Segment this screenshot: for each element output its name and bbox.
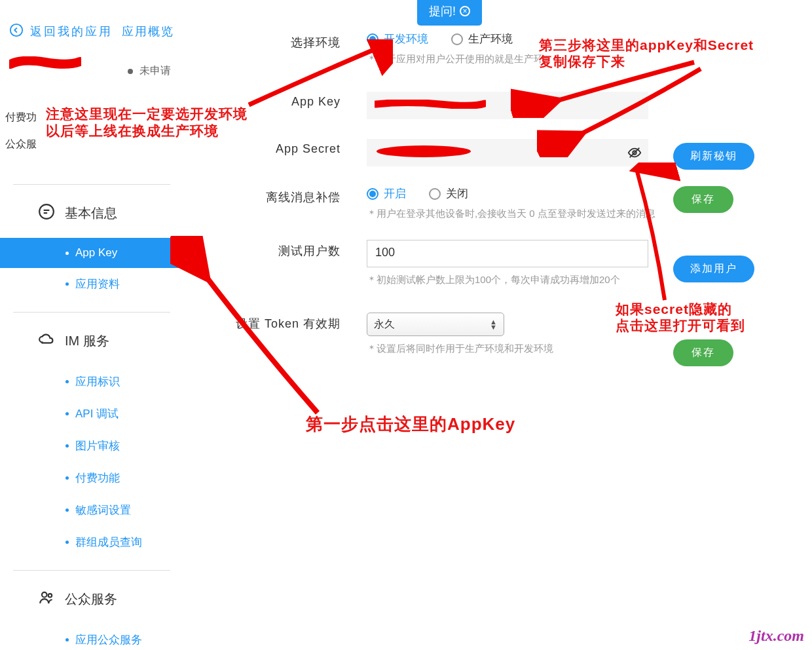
bullet-icon (65, 476, 69, 480)
token-value: 永久 (374, 318, 395, 332)
svg-point-3 (48, 594, 52, 597)
token-select[interactable]: 永久 ▲▼ (367, 313, 504, 336)
section-title: 基本信息 (65, 204, 117, 222)
sidebar-item-label: API 调试 (75, 406, 119, 421)
users-icon (38, 589, 55, 609)
appkey-field[interactable] (367, 92, 648, 119)
sidebar-item-label: 付费功能 (75, 470, 120, 486)
radio-icon (451, 33, 463, 45)
token-label: 设置 Token 有效期 (203, 313, 341, 332)
divider (13, 312, 170, 313)
sidebar-item-sensitive[interactable]: 敏感词设置 (0, 494, 183, 526)
annotation-step3a: 第三步将这里的appKey和Secret (539, 36, 754, 54)
select-arrows-icon: ▲▼ (490, 319, 497, 330)
section-basic-info[interactable]: 基本信息 (0, 189, 183, 238)
overview-link[interactable]: 应用概览 (122, 24, 174, 39)
appsecret-field[interactable] (367, 139, 648, 166)
save-offline-button[interactable]: 保存 (673, 186, 733, 213)
svg-point-0 (10, 24, 22, 36)
status-label: 未申请 (139, 64, 171, 78)
offline-label: 离线消息补偿 (203, 186, 341, 205)
bullet-icon (65, 412, 69, 415)
section-title: 公众服务 (65, 590, 117, 608)
bullet-icon (65, 252, 69, 255)
radio-label: 关闭 (446, 186, 468, 201)
annotation-step1: 第一步点击这里的AppKey (306, 413, 515, 436)
info-icon (38, 203, 55, 223)
watermark: 1jtx.com (748, 627, 804, 645)
sidebar-item-label: 群组成员查询 (75, 535, 142, 550)
ask-label: 提问! (429, 3, 456, 19)
sidebar-item-appkey[interactable]: App Key (0, 238, 183, 268)
bullet-icon (65, 282, 69, 286)
sidebar-item-label: 应用标识 (75, 374, 120, 389)
status-row: 未申请 (128, 64, 183, 78)
divider (13, 570, 170, 571)
annotation-env-note2: 以后等上线在换成生产环境 (46, 122, 219, 140)
sidebar-item-paidfeat[interactable]: 付费功能 (0, 462, 183, 494)
redacted-appsecret (375, 145, 479, 161)
save-token-button[interactable]: 保存 (673, 339, 733, 366)
token-hint: ＊设置后将同时作用于生产环境和开发环境 (367, 343, 805, 355)
annotation-env-note1: 注意这里现在一定要选开发环境 (46, 105, 248, 123)
radio-prod-env[interactable]: 生产环境 (451, 31, 513, 47)
svg-point-2 (42, 592, 47, 598)
offline-hint: ＊用户在登录其他设备时,会接收当天 0 点至登录时发送过来的消息 (367, 208, 805, 220)
svg-point-1 (39, 204, 54, 219)
eye-off-icon[interactable] (627, 145, 642, 162)
sidebar-item-label: 应用公众服务 (75, 632, 142, 647)
sidebar-item-label: 图片审核 (75, 438, 120, 453)
radio-icon (367, 33, 378, 45)
sidebar-item-apppublic[interactable]: 应用公众服务 (0, 624, 183, 650)
sidebar-item-groupmembers[interactable]: 群组成员查询 (0, 526, 183, 558)
section-title: IM 服务 (65, 332, 109, 350)
section-public-service[interactable]: 公众服务 (0, 575, 183, 624)
radio-label: 生产环境 (468, 31, 513, 47)
bullet-icon (65, 508, 69, 512)
sidebar-item-label: App Key (75, 246, 117, 259)
back-arrow-icon[interactable] (9, 23, 24, 40)
radio-label: 开发环境 (384, 31, 428, 47)
refresh-secret-button[interactable]: 刷新秘钥 (673, 143, 754, 170)
sidebar-item-apidebug[interactable]: API 调试 (0, 398, 183, 430)
redacted-appkey (375, 100, 486, 111)
annotation-step3b: 复制保存下来 (539, 52, 625, 71)
bullet-icon (65, 638, 69, 641)
sidebar: 返回我的应用 应用概览 未申请 付费功 公众服 基本信息 App Key 应用资… (0, 0, 183, 650)
bullet-icon (65, 444, 69, 448)
radio-label: 开启 (384, 186, 406, 201)
radio-icon (429, 188, 441, 200)
bullet-icon (65, 380, 69, 383)
testusers-input[interactable]: 100 (367, 240, 648, 267)
radio-dev-env[interactable]: 开发环境 (367, 31, 428, 47)
sidebar-item-appid[interactable]: 应用标识 (0, 366, 183, 398)
appsecret-label: App Secret (203, 139, 341, 156)
cloud-icon (38, 331, 55, 351)
svg-point-4 (377, 145, 471, 157)
bullet-icon (65, 541, 69, 544)
env-label: 选择环境 (203, 31, 341, 50)
sidebar-item-appinfo[interactable]: 应用资料 (0, 268, 183, 300)
radio-icon (367, 188, 378, 200)
close-icon: × (460, 6, 470, 16)
testusers-value: 100 (375, 246, 395, 259)
back-link[interactable]: 返回我的应用 (30, 24, 115, 39)
radio-offline-on[interactable]: 开启 (367, 186, 406, 201)
status-dot-icon (128, 69, 133, 74)
annotation-secret-note2: 点击这里打开可看到 (616, 316, 745, 335)
redacted-app-name (9, 56, 81, 69)
section-im-service[interactable]: IM 服务 (0, 316, 183, 366)
testusers-label: 测试用户数 (203, 240, 341, 259)
annotation-secret-note1: 如果secret隐藏的 (616, 300, 732, 318)
sidebar-item-label: 敏感词设置 (75, 503, 131, 518)
add-user-button[interactable]: 添加用户 (673, 256, 754, 282)
sidebar-item-label: 应用资料 (75, 277, 120, 292)
radio-offline-off[interactable]: 关闭 (429, 186, 468, 201)
divider (13, 184, 170, 185)
sidebar-item-imagecheck[interactable]: 图片审核 (0, 430, 183, 462)
row-appkey: App Key (203, 92, 805, 119)
